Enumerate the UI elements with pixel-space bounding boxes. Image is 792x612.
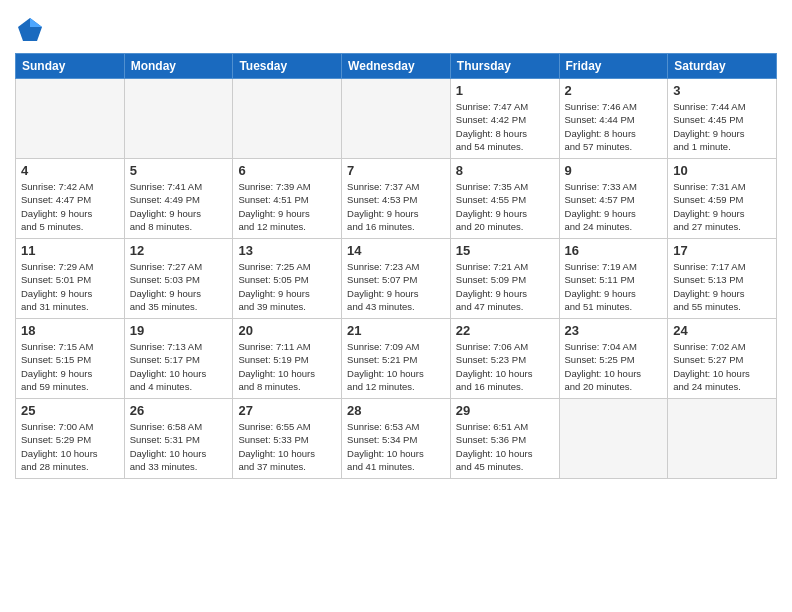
calendar-cell: 1Sunrise: 7:47 AM Sunset: 4:42 PM Daylig… (450, 79, 559, 159)
day-info: Sunrise: 7:41 AM Sunset: 4:49 PM Dayligh… (130, 180, 228, 233)
day-number: 18 (21, 323, 119, 338)
day-number: 12 (130, 243, 228, 258)
calendar-cell: 29Sunrise: 6:51 AM Sunset: 5:36 PM Dayli… (450, 399, 559, 479)
calendar-cell (16, 79, 125, 159)
day-number: 19 (130, 323, 228, 338)
calendar-cell: 3Sunrise: 7:44 AM Sunset: 4:45 PM Daylig… (668, 79, 777, 159)
calendar-cell: 4Sunrise: 7:42 AM Sunset: 4:47 PM Daylig… (16, 159, 125, 239)
day-info: Sunrise: 7:09 AM Sunset: 5:21 PM Dayligh… (347, 340, 445, 393)
calendar-cell: 23Sunrise: 7:04 AM Sunset: 5:25 PM Dayli… (559, 319, 668, 399)
logo (15, 15, 48, 45)
calendar-cell: 11Sunrise: 7:29 AM Sunset: 5:01 PM Dayli… (16, 239, 125, 319)
calendar-cell: 26Sunrise: 6:58 AM Sunset: 5:31 PM Dayli… (124, 399, 233, 479)
day-info: Sunrise: 6:51 AM Sunset: 5:36 PM Dayligh… (456, 420, 554, 473)
day-info: Sunrise: 7:35 AM Sunset: 4:55 PM Dayligh… (456, 180, 554, 233)
day-number: 22 (456, 323, 554, 338)
day-info: Sunrise: 7:02 AM Sunset: 5:27 PM Dayligh… (673, 340, 771, 393)
page-container: SundayMondayTuesdayWednesdayThursdayFrid… (0, 0, 792, 489)
calendar-cell: 28Sunrise: 6:53 AM Sunset: 5:34 PM Dayli… (342, 399, 451, 479)
day-info: Sunrise: 6:53 AM Sunset: 5:34 PM Dayligh… (347, 420, 445, 473)
calendar-cell: 19Sunrise: 7:13 AM Sunset: 5:17 PM Dayli… (124, 319, 233, 399)
day-info: Sunrise: 7:37 AM Sunset: 4:53 PM Dayligh… (347, 180, 445, 233)
day-info: Sunrise: 7:04 AM Sunset: 5:25 PM Dayligh… (565, 340, 663, 393)
day-info: Sunrise: 7:33 AM Sunset: 4:57 PM Dayligh… (565, 180, 663, 233)
day-info: Sunrise: 7:44 AM Sunset: 4:45 PM Dayligh… (673, 100, 771, 153)
day-number: 10 (673, 163, 771, 178)
calendar-cell: 24Sunrise: 7:02 AM Sunset: 5:27 PM Dayli… (668, 319, 777, 399)
day-info: Sunrise: 7:06 AM Sunset: 5:23 PM Dayligh… (456, 340, 554, 393)
calendar-week-row: 4Sunrise: 7:42 AM Sunset: 4:47 PM Daylig… (16, 159, 777, 239)
calendar-cell: 21Sunrise: 7:09 AM Sunset: 5:21 PM Dayli… (342, 319, 451, 399)
day-number: 13 (238, 243, 336, 258)
day-number: 17 (673, 243, 771, 258)
day-info: Sunrise: 7:29 AM Sunset: 5:01 PM Dayligh… (21, 260, 119, 313)
calendar-cell: 16Sunrise: 7:19 AM Sunset: 5:11 PM Dayli… (559, 239, 668, 319)
day-info: Sunrise: 7:15 AM Sunset: 5:15 PM Dayligh… (21, 340, 119, 393)
day-number: 8 (456, 163, 554, 178)
day-number: 23 (565, 323, 663, 338)
day-number: 16 (565, 243, 663, 258)
calendar-header: SundayMondayTuesdayWednesdayThursdayFrid… (16, 54, 777, 79)
calendar-cell: 25Sunrise: 7:00 AM Sunset: 5:29 PM Dayli… (16, 399, 125, 479)
day-info: Sunrise: 6:58 AM Sunset: 5:31 PM Dayligh… (130, 420, 228, 473)
day-number: 4 (21, 163, 119, 178)
calendar-cell: 20Sunrise: 7:11 AM Sunset: 5:19 PM Dayli… (233, 319, 342, 399)
logo-icon (15, 15, 45, 45)
calendar-cell: 14Sunrise: 7:23 AM Sunset: 5:07 PM Dayli… (342, 239, 451, 319)
calendar-cell: 18Sunrise: 7:15 AM Sunset: 5:15 PM Dayli… (16, 319, 125, 399)
day-number: 28 (347, 403, 445, 418)
day-number: 14 (347, 243, 445, 258)
svg-marker-1 (30, 18, 42, 27)
calendar-table: SundayMondayTuesdayWednesdayThursdayFrid… (15, 53, 777, 479)
calendar-cell (342, 79, 451, 159)
day-info: Sunrise: 7:31 AM Sunset: 4:59 PM Dayligh… (673, 180, 771, 233)
calendar-cell: 5Sunrise: 7:41 AM Sunset: 4:49 PM Daylig… (124, 159, 233, 239)
day-number: 29 (456, 403, 554, 418)
calendar-cell: 27Sunrise: 6:55 AM Sunset: 5:33 PM Dayli… (233, 399, 342, 479)
weekday-header: Friday (559, 54, 668, 79)
day-number: 24 (673, 323, 771, 338)
calendar-cell (233, 79, 342, 159)
day-number: 15 (456, 243, 554, 258)
day-info: Sunrise: 7:00 AM Sunset: 5:29 PM Dayligh… (21, 420, 119, 473)
calendar-week-row: 1Sunrise: 7:47 AM Sunset: 4:42 PM Daylig… (16, 79, 777, 159)
day-number: 26 (130, 403, 228, 418)
day-info: Sunrise: 7:11 AM Sunset: 5:19 PM Dayligh… (238, 340, 336, 393)
calendar-cell: 22Sunrise: 7:06 AM Sunset: 5:23 PM Dayli… (450, 319, 559, 399)
calendar-cell: 2Sunrise: 7:46 AM Sunset: 4:44 PM Daylig… (559, 79, 668, 159)
calendar-cell: 6Sunrise: 7:39 AM Sunset: 4:51 PM Daylig… (233, 159, 342, 239)
calendar-week-row: 11Sunrise: 7:29 AM Sunset: 5:01 PM Dayli… (16, 239, 777, 319)
day-info: Sunrise: 7:17 AM Sunset: 5:13 PM Dayligh… (673, 260, 771, 313)
calendar-week-row: 25Sunrise: 7:00 AM Sunset: 5:29 PM Dayli… (16, 399, 777, 479)
day-number: 27 (238, 403, 336, 418)
day-info: Sunrise: 7:46 AM Sunset: 4:44 PM Dayligh… (565, 100, 663, 153)
day-number: 9 (565, 163, 663, 178)
weekday-header: Wednesday (342, 54, 451, 79)
calendar-cell (124, 79, 233, 159)
weekday-row: SundayMondayTuesdayWednesdayThursdayFrid… (16, 54, 777, 79)
day-number: 25 (21, 403, 119, 418)
day-number: 3 (673, 83, 771, 98)
weekday-header: Saturday (668, 54, 777, 79)
day-number: 5 (130, 163, 228, 178)
calendar-cell: 15Sunrise: 7:21 AM Sunset: 5:09 PM Dayli… (450, 239, 559, 319)
day-number: 6 (238, 163, 336, 178)
calendar-cell: 10Sunrise: 7:31 AM Sunset: 4:59 PM Dayli… (668, 159, 777, 239)
calendar-cell: 8Sunrise: 7:35 AM Sunset: 4:55 PM Daylig… (450, 159, 559, 239)
calendar-cell (668, 399, 777, 479)
day-number: 20 (238, 323, 336, 338)
header (15, 10, 777, 45)
day-info: Sunrise: 7:25 AM Sunset: 5:05 PM Dayligh… (238, 260, 336, 313)
weekday-header: Tuesday (233, 54, 342, 79)
calendar-cell (559, 399, 668, 479)
day-info: Sunrise: 6:55 AM Sunset: 5:33 PM Dayligh… (238, 420, 336, 473)
day-number: 7 (347, 163, 445, 178)
day-info: Sunrise: 7:23 AM Sunset: 5:07 PM Dayligh… (347, 260, 445, 313)
calendar-cell: 7Sunrise: 7:37 AM Sunset: 4:53 PM Daylig… (342, 159, 451, 239)
calendar-week-row: 18Sunrise: 7:15 AM Sunset: 5:15 PM Dayli… (16, 319, 777, 399)
day-info: Sunrise: 7:21 AM Sunset: 5:09 PM Dayligh… (456, 260, 554, 313)
day-number: 21 (347, 323, 445, 338)
day-number: 11 (21, 243, 119, 258)
day-number: 1 (456, 83, 554, 98)
calendar-body: 1Sunrise: 7:47 AM Sunset: 4:42 PM Daylig… (16, 79, 777, 479)
